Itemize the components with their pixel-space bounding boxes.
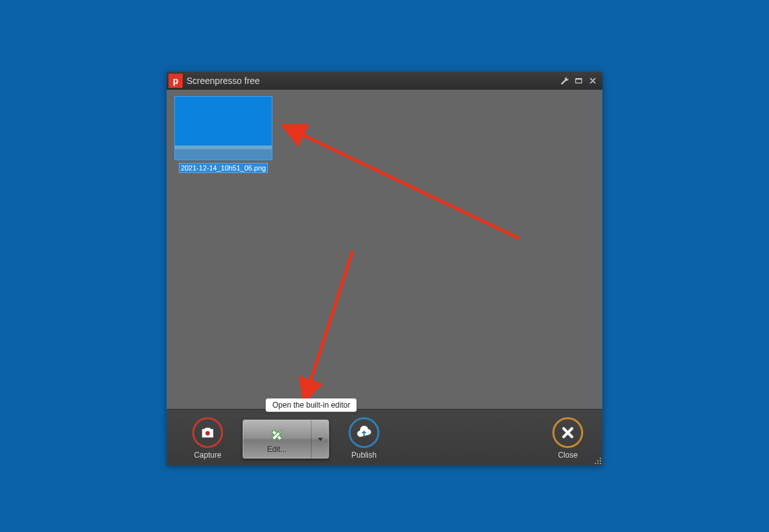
maximize-icon	[574, 76, 583, 85]
camera-icon	[199, 424, 216, 441]
close-window-button[interactable]	[587, 75, 599, 87]
close-icon	[588, 76, 597, 85]
publish-circle	[349, 417, 379, 448]
svg-rect-1	[575, 79, 581, 80]
titlebar[interactable]: p Screenpresso free	[167, 72, 602, 90]
capture-label: Capture	[194, 451, 222, 460]
thumbnail-image	[174, 96, 272, 160]
settings-button[interactable]	[559, 75, 570, 87]
publish-button[interactable]: Publish	[349, 417, 379, 460]
edit-tooltip: Open the built-in editor	[265, 398, 357, 412]
screenshot-thumbnail[interactable]: 2021-12-14_10h51_06.png	[174, 96, 272, 173]
publish-label: Publish	[351, 451, 376, 460]
edit-label: Edit...	[267, 445, 287, 454]
app-window: p Screenpresso free 2021-12-14_10h51_06.…	[167, 72, 602, 465]
capture-circle	[192, 417, 223, 448]
edit-dropdown-button[interactable]	[311, 420, 329, 458]
maximize-button[interactable]	[573, 75, 584, 87]
close-button[interactable]: Close	[552, 417, 583, 460]
edit-pencil-ruler-icon	[267, 426, 286, 445]
x-icon	[559, 424, 576, 441]
capture-button[interactable]: Capture	[192, 417, 223, 460]
cloud-upload-icon	[356, 424, 372, 441]
app-logo-letter: p	[173, 76, 179, 86]
bottom-toolbar: Open the built-in editor Capture	[167, 409, 602, 465]
edit-button-main[interactable]: Edit...	[243, 420, 311, 458]
wrench-icon	[560, 76, 569, 85]
chevron-down-icon	[317, 436, 324, 442]
app-logo-icon: p	[169, 74, 183, 88]
thumbnail-filename: 2021-12-14_10h51_06.png	[179, 163, 268, 173]
close-circle	[552, 417, 583, 448]
screenshot-gallery[interactable]: 2021-12-14_10h51_06.png	[167, 90, 602, 409]
edit-button[interactable]: Edit...	[242, 419, 329, 459]
resize-grip-icon[interactable]	[592, 455, 601, 464]
close-label: Close	[558, 451, 578, 460]
window-title: Screenpresso free	[186, 76, 260, 86]
svg-marker-9	[318, 438, 323, 441]
svg-point-2	[206, 431, 210, 435]
